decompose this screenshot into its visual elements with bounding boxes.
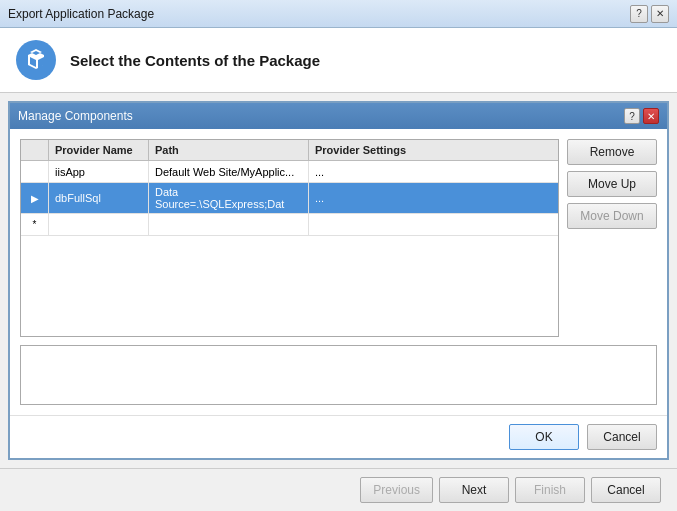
manage-dialog-title: Manage Components — [18, 109, 133, 123]
help-button[interactable]: ? — [630, 5, 648, 23]
title-bar: Export Application Package ? ✕ — [0, 0, 677, 28]
row2-settings: ... — [309, 183, 558, 213]
finish-button[interactable]: Finish — [515, 477, 585, 503]
header-icon — [16, 40, 56, 80]
manage-close-button[interactable]: ✕ — [643, 108, 659, 124]
main-content: Manage Components ? ✕ Provider Name Path — [0, 93, 677, 468]
row2-indicator: ▶ — [21, 183, 49, 213]
row3-path — [149, 214, 309, 235]
window-title: Export Application Package — [8, 7, 154, 21]
ok-button[interactable]: OK — [509, 424, 579, 450]
col-provider-settings: Provider Settings — [309, 140, 558, 160]
manage-body: Provider Name Path Provider Settings iis… — [10, 129, 667, 415]
col-provider-name: Provider Name — [49, 140, 149, 160]
components-table: Provider Name Path Provider Settings iis… — [20, 139, 559, 337]
row1-settings: ... — [309, 161, 558, 182]
dialog-cancel-button[interactable]: Cancel — [587, 424, 657, 450]
move-down-button[interactable]: Move Down — [567, 203, 657, 229]
cancel-button[interactable]: Cancel — [591, 477, 661, 503]
close-button[interactable]: ✕ — [651, 5, 669, 23]
outer-window: Export Application Package ? ✕ Select th… — [0, 0, 677, 511]
manage-dialog: Manage Components ? ✕ Provider Name Path — [8, 101, 669, 460]
row3-indicator: * — [21, 214, 49, 235]
move-up-button[interactable]: Move Up — [567, 171, 657, 197]
table-header: Provider Name Path Provider Settings — [21, 140, 558, 161]
manage-title-bar: Manage Components ? ✕ — [10, 103, 667, 129]
bottom-nav: Previous Next Finish Cancel — [0, 468, 677, 511]
remove-button[interactable]: Remove — [567, 139, 657, 165]
next-button[interactable]: Next — [439, 477, 509, 503]
title-bar-controls: ? ✕ — [630, 5, 669, 23]
manage-inner: Provider Name Path Provider Settings iis… — [20, 139, 657, 337]
manage-title-controls: ? ✕ — [624, 108, 659, 124]
col-path: Path — [149, 140, 309, 160]
manage-help-button[interactable]: ? — [624, 108, 640, 124]
table-row[interactable]: ▶ dbFullSql Data Source=.\SQLExpress;Dat… — [21, 183, 558, 214]
previous-button[interactable]: Previous — [360, 477, 433, 503]
dialog-footer: OK Cancel — [10, 415, 667, 458]
table-row[interactable]: iisApp Default Web Site/MyApplic... ... — [21, 161, 558, 183]
table-row-new[interactable]: * — [21, 214, 558, 236]
col-indicator — [21, 140, 49, 160]
row2-provider: dbFullSql — [49, 183, 149, 213]
page-title: Select the Contents of the Package — [70, 52, 320, 69]
package-icon — [24, 48, 48, 72]
row1-indicator — [21, 161, 49, 182]
row3-settings — [309, 214, 558, 235]
row3-provider — [49, 214, 149, 235]
notes-area — [20, 345, 657, 405]
header-area: Select the Contents of the Package — [0, 28, 677, 93]
row1-path: Default Web Site/MyApplic... — [149, 161, 309, 182]
row1-provider: iisApp — [49, 161, 149, 182]
action-buttons-panel: Remove Move Up Move Down — [567, 139, 657, 337]
table-body: iisApp Default Web Site/MyApplic... ... … — [21, 161, 558, 336]
row2-path: Data Source=.\SQLExpress;Dat — [149, 183, 309, 213]
